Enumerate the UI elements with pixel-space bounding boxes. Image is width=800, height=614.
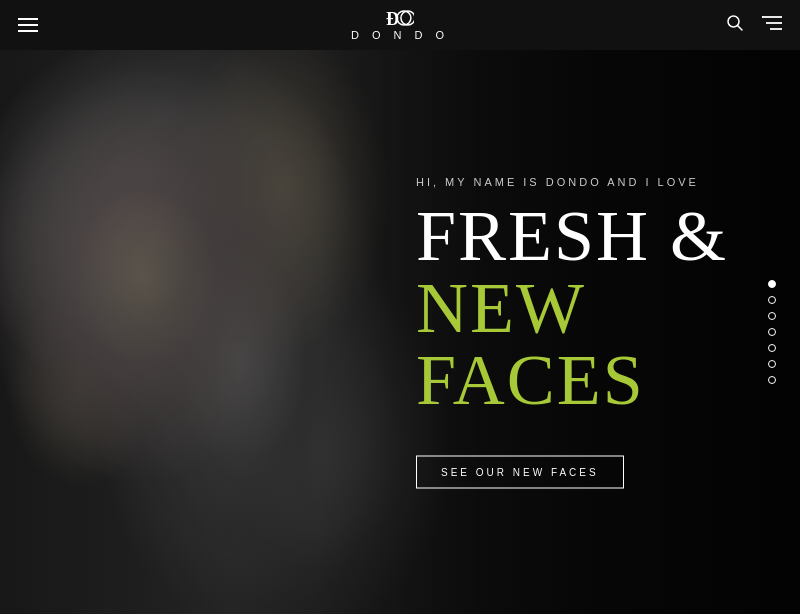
scroll-dot-4[interactable] bbox=[768, 328, 776, 336]
hero-title: FRESH & NEW FACES bbox=[416, 200, 800, 416]
hero-section: HI, MY NAME IS DONDO AND I LOVE FRESH & … bbox=[0, 50, 800, 614]
menu-icon[interactable] bbox=[762, 15, 782, 35]
svg-point-2 bbox=[401, 11, 414, 25]
search-icon[interactable] bbox=[726, 14, 744, 36]
scroll-dot-5[interactable] bbox=[768, 344, 776, 352]
scroll-dot-2[interactable] bbox=[768, 296, 776, 304]
hamburger-menu-icon[interactable] bbox=[18, 18, 38, 32]
logo[interactable]: Ð D O N D O bbox=[351, 9, 449, 41]
svg-line-4 bbox=[738, 26, 743, 31]
scroll-dots bbox=[768, 280, 776, 384]
scroll-dot-1[interactable] bbox=[768, 280, 776, 288]
hero-cta-button[interactable]: SEE OUR NEW FACES bbox=[416, 456, 624, 489]
header-left bbox=[18, 18, 38, 32]
hero-content: HI, MY NAME IS DONDO AND I LOVE FRESH & … bbox=[416, 176, 800, 489]
scroll-dot-7[interactable] bbox=[768, 376, 776, 384]
header-right bbox=[726, 14, 782, 36]
hero-subtitle: HI, MY NAME IS DONDO AND I LOVE bbox=[416, 176, 800, 188]
scroll-dot-3[interactable] bbox=[768, 312, 776, 320]
hero-title-line1: FRESH & bbox=[416, 200, 800, 272]
hero-title-line2: NEW FACES bbox=[416, 272, 800, 416]
scroll-dot-6[interactable] bbox=[768, 360, 776, 368]
logo-text: D O N D O bbox=[351, 29, 449, 41]
logo-emblem: Ð bbox=[386, 9, 414, 27]
header: Ð D O N D O bbox=[0, 0, 800, 50]
